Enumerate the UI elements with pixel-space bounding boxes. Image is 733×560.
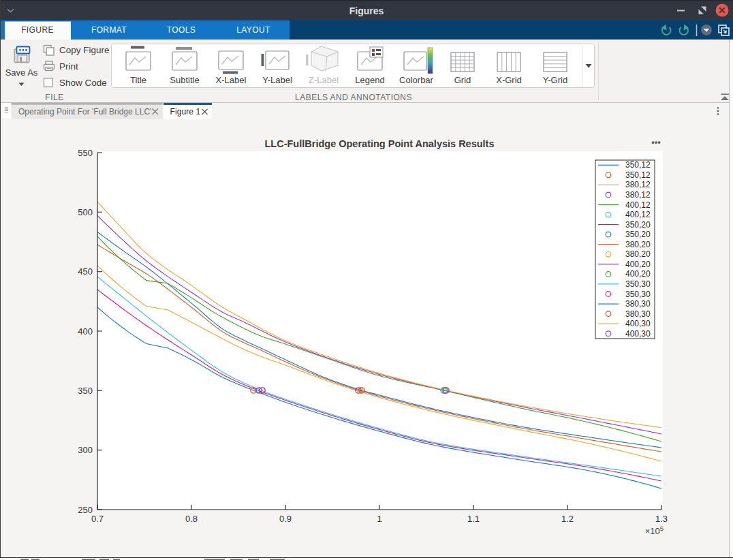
svg-text:400,30: 400,30 <box>625 329 651 339</box>
svg-text:Z-Label: Z-Label <box>309 75 339 85</box>
svg-text:X-Grid: X-Grid <box>496 75 522 85</box>
svg-text:350: 350 <box>78 386 93 396</box>
svg-text:Legend: Legend <box>355 75 384 85</box>
svg-text:Figure 1: Figure 1 <box>170 107 201 116</box>
svg-text:1: 1 <box>377 514 381 524</box>
svg-text:380,30: 380,30 <box>625 309 651 319</box>
svg-text:Grid: Grid <box>454 75 471 85</box>
svg-text:Save As: Save As <box>5 67 38 78</box>
svg-text:Subtitle: Subtitle <box>170 75 199 85</box>
svg-text:400,20: 400,20 <box>625 269 651 279</box>
svg-text:500: 500 <box>78 207 93 217</box>
svg-text:350,30: 350,30 <box>625 290 651 299</box>
svg-text:400,20: 400,20 <box>625 260 651 269</box>
svg-text:FORMAT: FORMAT <box>91 25 127 35</box>
svg-text:Y-Label: Y-Label <box>262 75 292 85</box>
svg-text:380,12: 380,12 <box>625 190 651 200</box>
svg-text:350,12: 350,12 <box>625 170 651 180</box>
svg-text:0.7: 0.7 <box>91 514 104 524</box>
svg-text:380,20: 380,20 <box>625 240 651 249</box>
svg-text:400: 400 <box>78 326 93 337</box>
svg-text:Print: Print <box>59 61 78 72</box>
svg-text:0.8: 0.8 <box>185 514 198 524</box>
svg-text:400,30: 400,30 <box>625 319 651 328</box>
svg-text:Operating Point For 'Full Brid: Operating Point For 'Full Bridge LLC' <box>18 107 151 116</box>
svg-text:Colorbar: Colorbar <box>399 75 434 85</box>
svg-text:350,20: 350,20 <box>625 220 651 230</box>
svg-text:0.9: 0.9 <box>279 514 292 524</box>
svg-text:Y-Grid: Y-Grid <box>543 75 567 85</box>
svg-text:380,30: 380,30 <box>625 299 651 309</box>
svg-text:TOOLS: TOOLS <box>167 25 196 35</box>
svg-text:LABELS AND ANNOTATIONS: LABELS AND ANNOTATIONS <box>295 93 412 102</box>
svg-text:350,20: 350,20 <box>625 230 651 239</box>
svg-text:1.3: 1.3 <box>655 514 668 524</box>
svg-text:Figures: Figures <box>349 5 384 16</box>
svg-text:380,12: 380,12 <box>625 180 651 189</box>
svg-text:400,12: 400,12 <box>625 200 651 210</box>
svg-text:•••: ••• <box>651 137 661 147</box>
svg-text:1.2: 1.2 <box>561 514 574 524</box>
svg-text:Copy Figure: Copy Figure <box>59 45 110 55</box>
svg-text:250: 250 <box>78 505 93 515</box>
svg-text:400,12: 400,12 <box>625 210 651 219</box>
svg-text:300: 300 <box>78 445 93 455</box>
svg-text:Show Code: Show Code <box>59 78 107 88</box>
svg-text:550: 550 <box>78 148 93 158</box>
svg-text:380,20: 380,20 <box>625 249 651 259</box>
svg-text:FILE: FILE <box>45 93 63 102</box>
svg-text:FIGURE: FIGURE <box>21 25 54 35</box>
svg-text:Title: Title <box>130 75 146 85</box>
svg-text:LAYOUT: LAYOUT <box>236 25 270 35</box>
svg-text:1.1: 1.1 <box>467 514 480 524</box>
svg-text:450: 450 <box>78 266 93 277</box>
svg-text:350,30: 350,30 <box>625 279 651 289</box>
svg-text:X-Label: X-Label <box>216 75 247 85</box>
svg-text:350,12: 350,12 <box>625 160 651 170</box>
svg-text:LLC-FullBridge Operating Point: LLC-FullBridge Operating Point Analysis … <box>264 138 494 149</box>
